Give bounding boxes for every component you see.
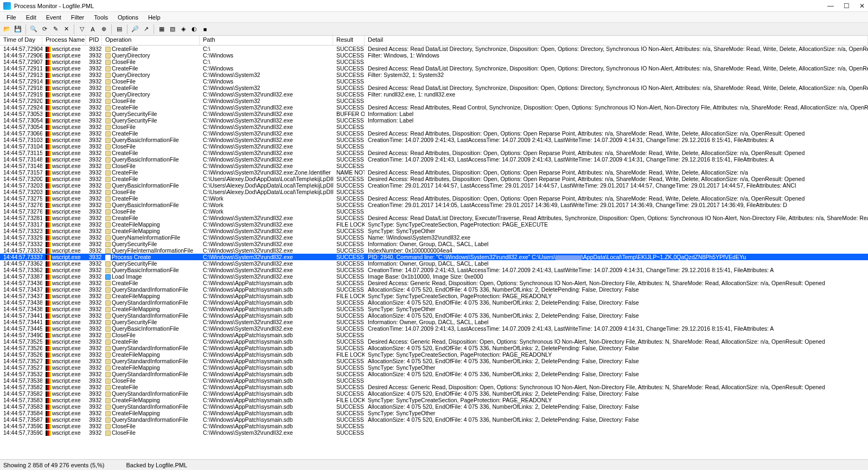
event-row[interactable]: 14:44:57,7327503wscript.exe3932CreateFil… (0, 195, 868, 202)
event-row[interactable]: 14:44:57,7358426wscript.exe3932CreateFil… (0, 410, 868, 416)
event-row[interactable]: 14:44:57,7310371wscript.exe3932QueryBasi… (0, 137, 868, 143)
event-row[interactable]: 14:44:57,7349040wscript.exe3932CloseFile… (0, 332, 868, 338)
event-row[interactable]: 14:44:57,7358759wscript.exe3932QueryStan… (0, 416, 868, 423)
event-row[interactable]: 14:44:57,7352663wscript.exe3932CreateFil… (0, 351, 868, 358)
event-row[interactable]: 14:44:57,7359003wscript.exe3932CloseFile… (0, 423, 868, 429)
event-row[interactable]: 14:44:57,7291329wscript.exe3932QueryDire… (0, 72, 868, 78)
funnel-icon[interactable]: ▽ (77, 24, 87, 34)
event-rows[interactable]: 14:44:57,7290493wscript.exe3932CreateFil… (0, 46, 868, 459)
event-row[interactable]: 14:44:57,7343730wscript.exe3932QueryStan… (0, 286, 868, 293)
event-row[interactable]: 14:44:57,7320308wscript.exe3932QueryBasi… (0, 182, 868, 189)
event-row[interactable]: 14:44:57,7358257wscript.exe3932CreateFil… (0, 384, 868, 390)
jump-icon[interactable]: ↗ (141, 24, 151, 34)
net-activity-icon[interactable]: ◈ (178, 24, 188, 34)
maximize-button[interactable]: ☐ (844, 2, 850, 10)
event-row[interactable]: 14:44:57,7332300wscript.exe3932CreateFil… (0, 228, 868, 234)
highlight-icon[interactable]: A (88, 24, 98, 34)
event-row[interactable]: 14:44:57,7292010wscript.exe3932CloseFile… (0, 98, 868, 104)
event-row[interactable]: 14:44:57,7291417wscript.exe3932CloseFile… (0, 78, 868, 85)
column-header-time-of-day[interactable]: Time of Day (0, 36, 42, 45)
event-row[interactable]: 14:44:57,7358366wscript.exe3932QueryStan… (0, 403, 868, 410)
event-row[interactable]: 14:44:57,7352628wscript.exe3932QueryStan… (0, 345, 868, 351)
autoscroll-icon[interactable]: ⟳ (40, 24, 49, 34)
menu-options[interactable]: Options (113, 13, 143, 22)
proc-activity-icon[interactable]: ◐ (189, 24, 199, 34)
menu-help[interactable]: Help (144, 13, 165, 22)
event-row[interactable]: 14:44:57,7290669wscript.exe3932QueryDire… (0, 52, 868, 59)
column-header-pid[interactable]: PID (86, 36, 102, 45)
event-row[interactable]: 14:44:57,7358321wscript.exe3932CreateFil… (0, 397, 868, 403)
menu-edit[interactable]: Edit (22, 13, 41, 22)
event-row[interactable]: 14:44:57,7358292wscript.exe3932QueryStan… (0, 390, 868, 397)
reg-activity-icon[interactable]: ▦ (157, 24, 167, 34)
event-row[interactable]: 14:44:57,7320037wscript.exe3932CreateFil… (0, 176, 868, 182)
event-row[interactable]: 14:44:57,7331729wscript.exe3932CreateFil… (0, 221, 868, 228)
event-row[interactable]: 14:44:57,7344168wscript.exe3932QuerySecu… (0, 319, 868, 325)
event-row[interactable]: 14:44:57,7344114wscript.exe3932QueryStan… (0, 312, 868, 319)
tree-icon[interactable]: ▤ (114, 24, 124, 34)
column-header-result[interactable]: Result (333, 36, 365, 45)
operation-icon (105, 411, 111, 416)
event-row[interactable]: 14:44:57,7343765wscript.exe3932CreateFil… (0, 293, 868, 299)
minimize-button[interactable]: — (827, 2, 834, 10)
event-row[interactable]: 14:44:57,7333770wscript.exe3932Process C… (0, 254, 868, 260)
event-row[interactable]: 14:44:57,7338797wscript.exe3932Load Imag… (0, 273, 868, 280)
event-row[interactable]: 14:44:57,7343688wscript.exe3932CreateFil… (0, 280, 868, 286)
cell-detail: Desired Access: Read Attributes, Disposi… (365, 176, 868, 182)
event-row[interactable]: 14:44:57,7327662wscript.exe3932CloseFile… (0, 208, 868, 215)
column-header-path[interactable]: Path (200, 36, 333, 45)
event-row[interactable]: 14:44:57,7290784wscript.exe3932CloseFile… (0, 59, 868, 65)
menu-event[interactable]: Event (42, 13, 66, 22)
event-row[interactable]: 14:44:57,7333233wscript.exe3932QuerySecu… (0, 241, 868, 247)
capture-icon[interactable]: 🔍 (29, 24, 39, 34)
event-row[interactable]: 14:44:57,7320333wscript.exe3932CloseFile… (0, 189, 868, 195)
find-icon[interactable]: 🔎 (130, 24, 140, 34)
event-row[interactable]: 14:44:57,7344580wscript.exe3932QueryBasi… (0, 325, 868, 332)
event-row[interactable]: 14:44:57,7332997wscript.exe3932QueryName… (0, 234, 868, 241)
event-row[interactable]: 14:44:57,7290493wscript.exe3932CreateFil… (0, 46, 868, 52)
menu-file[interactable]: File (2, 13, 21, 22)
event-row[interactable]: 14:44:57,7311560wscript.exe3932CreateFil… (0, 150, 868, 156)
event-row[interactable]: 14:44:57,7305484wscript.exe3932CloseFile… (0, 124, 868, 130)
event-row[interactable]: 14:44:57,7291919wscript.exe3932QueryDire… (0, 91, 868, 98)
event-row[interactable]: 14:44:57,7343819wscript.exe3932QueryStan… (0, 299, 868, 306)
event-row[interactable]: 14:44:57,7305374wscript.exe3932QuerySecu… (0, 111, 868, 117)
event-row[interactable]: 14:44:57,7336297wscript.exe3932QueryBasi… (0, 267, 868, 273)
event-row[interactable]: 14:44:57,7327638wscript.exe3932QueryBasi… (0, 202, 868, 208)
event-row[interactable]: 14:44:57,7314884wscript.exe3932CloseFile… (0, 163, 868, 169)
event-row[interactable]: 14:44:57,7359003wscript.exe3932CloseFile… (0, 429, 868, 436)
event-row[interactable]: 14:44:57,7314854wscript.exe3932QueryBasi… (0, 156, 868, 163)
process-icon (46, 47, 51, 52)
event-row[interactable]: 14:44:57,7328184wscript.exe3932CreateFil… (0, 215, 868, 221)
event-row[interactable]: 14:44:57,7315700wscript.exe3932CreateFil… (0, 169, 868, 176)
clear-icon[interactable]: ✎ (50, 24, 60, 34)
event-row[interactable]: 14:44:57,7310405wscript.exe3932CloseFile… (0, 143, 868, 150)
process-icon (46, 268, 51, 273)
column-header-operation[interactable]: Operation (102, 36, 200, 45)
event-row[interactable]: 14:44:57,7305443wscript.exe3932QuerySecu… (0, 117, 868, 124)
menu-tools[interactable]: Tools (90, 13, 112, 22)
target-icon[interactable]: ⊕ (99, 24, 108, 34)
column-header-detail[interactable]: Detail (365, 36, 868, 45)
event-row[interactable]: 14:44:57,7291197wscript.exe3932CreateFil… (0, 65, 868, 72)
event-row[interactable]: 14:44:57,7343894wscript.exe3932CreateFil… (0, 306, 868, 312)
event-row[interactable]: 14:44:57,7353270wscript.exe3932QueryStan… (0, 371, 868, 377)
event-row[interactable]: 14:44:57,7333279wscript.exe3932QueryFile… (0, 247, 868, 254)
save-icon[interactable]: 💾 (13, 24, 23, 34)
column-header-process-name[interactable]: Process Name (42, 36, 86, 45)
file-activity-icon[interactable]: ▧ (168, 24, 177, 34)
event-row[interactable]: 14:44:57,7292497wscript.exe3932CreateFil… (0, 104, 868, 111)
close-button[interactable]: ✕ (859, 2, 865, 10)
event-row[interactable]: 14:44:57,7291800wscript.exe3932CreateFil… (0, 85, 868, 91)
menu-filter[interactable]: Filter (67, 13, 88, 22)
event-row[interactable]: 14:44:57,7352588wscript.exe3932CreateFil… (0, 338, 868, 345)
event-row[interactable]: 14:44:57,7336233wscript.exe3932QuerySecu… (0, 260, 868, 267)
profiling-icon[interactable]: ■ (200, 24, 210, 34)
event-row[interactable]: 14:44:57,7306600wscript.exe3932CreateFil… (0, 130, 868, 137)
operation-icon (105, 151, 111, 156)
event-row[interactable]: 14:44:57,7353865wscript.exe3932CloseFile… (0, 377, 868, 384)
open-icon[interactable]: 📂 (2, 24, 12, 34)
event-row[interactable]: 14:44:57,7352712wscript.exe3932QueryStan… (0, 358, 868, 364)
filter-icon[interactable]: ✕ (61, 24, 71, 34)
event-row[interactable]: 14:44:57,7352780wscript.exe3932CreateFil… (0, 364, 868, 371)
